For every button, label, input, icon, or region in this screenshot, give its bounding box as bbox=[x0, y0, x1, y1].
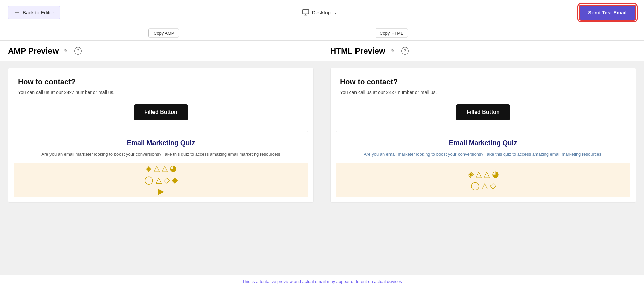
html-contact-body: You can call us at our 24x7 number or ma… bbox=[340, 90, 626, 95]
html-quiz-heading: Email Marketing Quiz bbox=[343, 139, 623, 147]
preview-header: AMP Preview ✎ ? HTML Preview ✎ ? bbox=[0, 41, 644, 61]
html-help-button[interactable]: ? bbox=[400, 46, 410, 56]
amp-edit-icon: ✎ bbox=[64, 48, 68, 53]
amp-contact-section: How to contact? You can call us at our 2… bbox=[8, 68, 313, 131]
html-quiz-image: ◈△△ ◕◯ △◇ bbox=[336, 163, 630, 197]
footer-bar: This is a tentative preview and actual e… bbox=[0, 275, 644, 288]
amp-filled-button-label: Filled Button bbox=[144, 109, 177, 115]
amp-preview-header: AMP Preview ✎ ? bbox=[0, 46, 322, 56]
arrow-left-icon: ← bbox=[14, 9, 20, 15]
amp-contact-heading: How to contact? bbox=[18, 77, 304, 86]
copy-amp-button[interactable]: Copy AMP bbox=[148, 28, 179, 37]
copy-amp-label: Copy AMP bbox=[154, 30, 174, 35]
amp-email-card: How to contact? You can call us at our 2… bbox=[8, 68, 314, 203]
send-test-email-button[interactable]: Send Test Email bbox=[579, 5, 636, 21]
amp-filled-button[interactable]: Filled Button bbox=[134, 104, 188, 120]
amp-help-icon: ? bbox=[74, 47, 82, 55]
html-preview-title: HTML Preview bbox=[330, 46, 385, 56]
back-to-editor-label: Back to Editor bbox=[23, 10, 54, 15]
html-quiz-section: Email Marketing Quiz Are you an email ma… bbox=[336, 131, 630, 197]
html-help-icon: ? bbox=[401, 47, 409, 55]
html-edit-button[interactable]: ✎ bbox=[389, 47, 396, 55]
desktop-label: Desktop bbox=[312, 10, 331, 15]
html-filled-button-label: Filled Button bbox=[467, 109, 500, 115]
desktop-icon bbox=[302, 9, 309, 16]
footer-notice: This is a tentative preview and actual e… bbox=[242, 279, 402, 284]
chevron-down-icon: ⌄ bbox=[333, 9, 338, 15]
html-email-card: How to contact? You can call us at our 2… bbox=[330, 68, 636, 203]
amp-quiz-image: ◈△△ ◕◯ △◇◆▶ bbox=[14, 163, 308, 197]
preview-main: How to contact? You can call us at our 2… bbox=[0, 61, 644, 275]
copy-bar: Copy AMP Copy HTML bbox=[0, 25, 644, 41]
html-edit-icon: ✎ bbox=[391, 48, 395, 53]
back-to-editor-button[interactable]: ← Back to Editor bbox=[8, 6, 60, 19]
amp-preview-title: AMP Preview bbox=[8, 46, 59, 56]
html-preview-header: HTML Preview ✎ ? bbox=[322, 46, 644, 56]
copy-html-label: Copy HTML bbox=[380, 30, 403, 35]
send-test-label: Send Test Email bbox=[588, 10, 627, 15]
amp-edit-button[interactable]: ✎ bbox=[63, 47, 69, 55]
html-quiz-body: Are you an email marketer looking to boo… bbox=[343, 151, 623, 158]
amp-contact-body: You can call us at our 24x7 number or ma… bbox=[18, 90, 304, 95]
html-preview-pane[interactable]: How to contact? You can call us at our 2… bbox=[322, 61, 644, 275]
amp-quiz-icons: ◈△△ ◕◯ △◇◆▶ bbox=[141, 164, 181, 196]
amp-preview-pane[interactable]: How to contact? You can call us at our 2… bbox=[0, 61, 322, 275]
header: ← Back to Editor Desktop ⌄ Send Test Ema… bbox=[0, 0, 644, 25]
amp-quiz-body: Are you an email marketer looking to boo… bbox=[21, 151, 301, 158]
html-filled-button[interactable]: Filled Button bbox=[456, 104, 510, 120]
html-contact-heading: How to contact? bbox=[340, 77, 626, 86]
amp-quiz-heading: Email Marketing Quiz bbox=[21, 139, 301, 147]
copy-html-button[interactable]: Copy HTML bbox=[375, 28, 408, 37]
amp-help-button[interactable]: ? bbox=[73, 46, 83, 56]
html-contact-section: How to contact? You can call us at our 2… bbox=[331, 68, 636, 131]
html-quiz-icons: ◈△△ ◕◯ △◇ bbox=[463, 169, 503, 190]
amp-quiz-section: Email Marketing Quiz Are you an email ma… bbox=[14, 131, 308, 197]
desktop-selector[interactable]: Desktop ⌄ bbox=[302, 9, 338, 16]
svg-rect-0 bbox=[303, 10, 309, 14]
